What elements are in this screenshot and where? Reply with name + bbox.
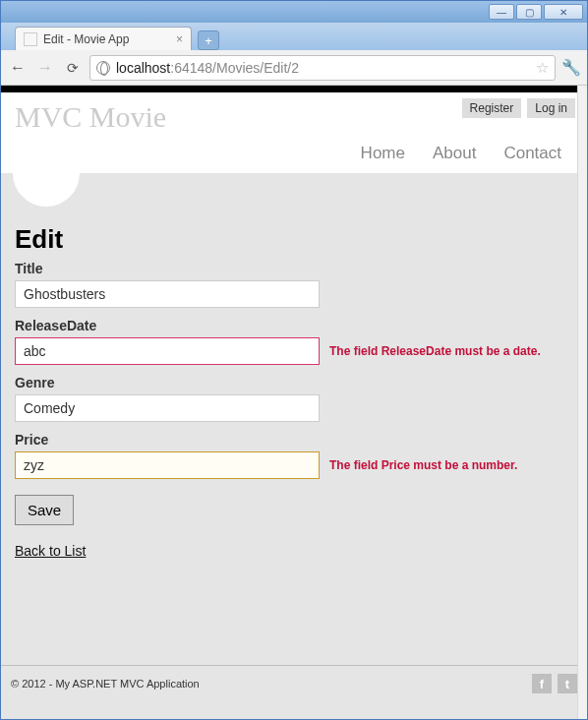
save-button[interactable]: Save [15,495,74,525]
releasedate-label: ReleaseDate [15,318,573,333]
main-content: Edit Title ReleaseDate The field Release… [1,173,587,573]
releasedate-input[interactable] [15,337,320,365]
price-label: Price [15,432,573,448]
title-input[interactable] [15,280,320,308]
site-header: MVC Movie Register Log in Home About Con… [1,92,587,173]
globe-icon [96,61,110,75]
url-host: localhost [116,60,170,76]
top-black-bar [1,86,587,92]
releasedate-error: The field ReleaseDate must be a date. [329,344,541,358]
back-button[interactable]: ← [7,57,29,79]
maximize-button[interactable]: ▢ [516,4,542,20]
reload-button[interactable]: ⟳ [62,57,84,79]
site-footer: © 2012 - My ASP.NET MVC Application f t [1,665,587,701]
page-title: Edit [15,224,573,255]
minimize-button[interactable]: — [489,4,514,20]
page-viewport: MVC Movie Register Log in Home About Con… [1,86,587,719]
tab-close-icon[interactable]: × [176,32,183,46]
login-link[interactable]: Log in [527,98,575,118]
new-tab-button[interactable]: + [198,30,219,50]
price-input[interactable] [15,451,320,479]
scrollbar-track[interactable] [577,86,587,719]
url-path: :64148/Movies/Edit/2 [170,60,299,76]
browser-tab[interactable]: Edit - Movie App × [15,27,192,50]
wrench-menu-icon[interactable]: 🔧 [561,58,581,77]
price-error: The field Price must be a number. [329,458,517,472]
window-titlebar: — ▢ ✕ [1,1,587,23]
nav-about[interactable]: About [433,144,476,163]
header-round-decoration [13,140,80,207]
tab-title: Edit - Movie App [43,32,129,46]
address-bar[interactable]: localhost:64148/Movies/Edit/2 ☆ [89,55,556,81]
close-button[interactable]: ✕ [544,4,583,20]
facebook-icon[interactable]: f [532,674,552,693]
genre-input[interactable] [15,394,320,422]
twitter-icon[interactable]: t [558,674,577,693]
nav-home[interactable]: Home [361,144,405,163]
browser-toolbar: ← → ⟳ localhost:64148/Movies/Edit/2 ☆ 🔧 [1,50,587,86]
browser-tabstrip: Edit - Movie App × + [1,23,587,50]
register-link[interactable]: Register [462,98,522,118]
back-to-list-link[interactable]: Back to List [15,543,86,559]
bookmark-star-icon[interactable]: ☆ [536,59,549,77]
genre-label: Genre [15,375,573,390]
nav-contact[interactable]: Contact [503,144,561,163]
tab-favicon [24,32,37,46]
footer-copyright: © 2012 - My ASP.NET MVC Application [11,678,200,690]
forward-button[interactable]: → [34,57,56,79]
title-label: Title [15,261,573,276]
